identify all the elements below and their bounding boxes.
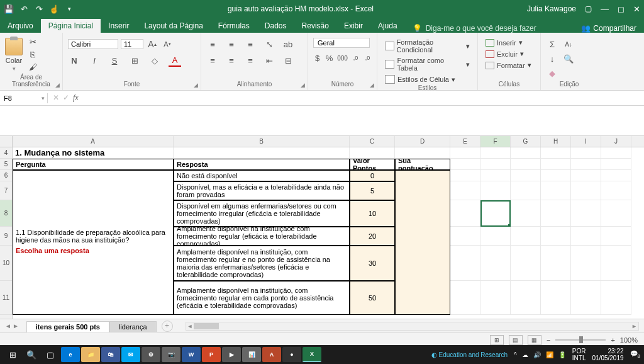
row-header[interactable]: 7 — [0, 181, 12, 200]
word-icon[interactable]: W — [182, 347, 201, 362]
cell[interactable] — [511, 200, 541, 227]
col-header[interactable]: H — [541, 136, 571, 147]
page-break-view-icon[interactable]: ▦ — [528, 335, 541, 345]
align-left-icon[interactable]: ≡ — [206, 54, 219, 67]
cell[interactable] — [450, 246, 480, 281]
cell[interactable] — [511, 281, 541, 315]
edge-icon[interactable]: e — [61, 347, 80, 362]
ribbon-display-icon[interactable]: ▢ — [585, 4, 592, 13]
cell[interactable]: Amplamente disponível na instituição, co… — [174, 281, 350, 315]
redo-icon[interactable]: ↷ — [34, 4, 44, 14]
cell[interactable] — [350, 147, 395, 159]
cell[interactable] — [480, 159, 511, 170]
align-bottom-icon[interactable]: ≡ — [244, 38, 257, 50]
cell[interactable] — [571, 246, 601, 281]
mail-icon[interactable]: ✉ — [121, 347, 140, 362]
sheet-prev-icon[interactable]: ◄ — [5, 322, 11, 329]
cell[interactable]: Disponível em algumas enfermarias/setore… — [174, 200, 350, 227]
tell-me-search[interactable]: 💡 Diga-me o que você deseja fazer — [405, 24, 544, 33]
zoom-slider[interactable] — [555, 339, 606, 341]
align-top-icon[interactable]: ≡ — [206, 38, 219, 50]
touch-icon[interactable]: ☝ — [49, 4, 59, 14]
cell[interactable] — [450, 227, 480, 246]
app-icon[interactable]: ● — [282, 347, 301, 362]
col-header[interactable]: I — [571, 136, 601, 147]
sort-filter-icon[interactable]: A↓ — [562, 38, 575, 50]
tab-layout[interactable]: Layout da Página — [136, 19, 210, 33]
font-color-icon[interactable]: A — [169, 54, 181, 67]
new-sheet-button[interactable]: + — [162, 321, 173, 332]
cell[interactable] — [601, 246, 631, 281]
cell[interactable] — [571, 181, 601, 200]
cell[interactable] — [480, 281, 511, 315]
decrease-indent-icon[interactable]: ⇤ — [263, 54, 275, 67]
store-icon[interactable]: 🛍 — [101, 347, 120, 362]
tab-insert[interactable]: Inserir — [101, 19, 136, 33]
col-header[interactable]: G — [511, 136, 541, 147]
cell[interactable] — [480, 147, 511, 159]
name-box[interactable]: F8 — [0, 93, 48, 103]
education-badge[interactable]: ◐ Education and Research — [431, 351, 508, 358]
cell[interactable] — [601, 181, 631, 200]
increase-font-icon[interactable]: A▴ — [146, 38, 158, 50]
cell[interactable] — [480, 246, 511, 281]
cell[interactable] — [571, 281, 601, 315]
alignment-dialog-icon[interactable]: ◢ — [301, 82, 305, 88]
cell[interactable]: 5 — [350, 181, 395, 200]
zoom-in-button[interactable]: + — [611, 336, 614, 344]
tab-formulas[interactable]: Fórmulas — [211, 19, 257, 33]
italic-button[interactable]: I — [88, 54, 101, 67]
cell[interactable] — [450, 281, 480, 315]
onedrive-icon[interactable]: ☁ — [522, 351, 528, 358]
tab-review[interactable]: Revisão — [294, 19, 336, 33]
cell[interactable] — [395, 200, 450, 227]
cell[interactable]: Disponível, mas a eficácia e a tolerabil… — [174, 181, 350, 200]
clipboard-dialog-icon[interactable]: ◢ — [55, 82, 60, 88]
cell[interactable] — [601, 200, 631, 227]
cell[interactable] — [480, 181, 511, 200]
align-middle-icon[interactable]: ≡ — [225, 38, 238, 50]
borders-icon[interactable]: ⊞ — [128, 54, 141, 67]
tab-file[interactable]: Arquivo — [0, 19, 41, 33]
autosum-icon[interactable]: Σ — [546, 38, 558, 50]
cell[interactable] — [541, 159, 571, 170]
row-header[interactable]: 10 — [0, 246, 12, 281]
cell[interactable] — [511, 227, 541, 246]
cell[interactable] — [571, 227, 601, 246]
active-cell[interactable] — [480, 200, 511, 227]
row-header[interactable]: 4 — [0, 147, 12, 159]
find-icon[interactable]: 🔍 — [562, 52, 575, 65]
cell[interactable]: 1. Mudança no sistema — [13, 147, 174, 159]
number-dialog-icon[interactable]: ◢ — [370, 82, 374, 88]
paste-button[interactable]: Colar ▾ — [5, 35, 23, 74]
cell[interactable] — [395, 227, 450, 246]
cell[interactable] — [511, 246, 541, 281]
decrease-font-icon[interactable]: A▾ — [161, 38, 174, 50]
cell[interactable]: Não está disponível — [174, 170, 350, 181]
cell[interactable] — [395, 281, 450, 315]
format-painter-icon[interactable]: 🖌 — [26, 61, 39, 74]
tab-data[interactable]: Dados — [257, 19, 294, 33]
cell[interactable]: Amplamente disponível na instituição, co… — [174, 246, 350, 281]
align-center-icon[interactable]: ≡ — [225, 54, 238, 67]
cell[interactable] — [601, 170, 631, 181]
merge-icon[interactable]: ⊟ — [282, 54, 294, 67]
formula-input[interactable] — [84, 97, 644, 100]
cell[interactable]: Escolha uma resposta — [13, 246, 174, 281]
app-icon[interactable]: ▶ — [222, 347, 241, 362]
battery-icon[interactable]: 🔋 — [558, 351, 566, 358]
col-header[interactable]: C — [350, 136, 395, 147]
cell[interactable]: Pergunta — [13, 159, 174, 170]
cell[interactable] — [450, 159, 480, 170]
cell[interactable]: 0 — [350, 170, 395, 181]
close-icon[interactable]: ✕ — [633, 4, 640, 14]
cell[interactable]: 50 — [350, 281, 395, 315]
currency-icon[interactable]: $ — [313, 52, 321, 64]
file-explorer-icon[interactable]: 📁 — [81, 347, 100, 362]
share-button[interactable]: Compartilhar — [593, 24, 636, 33]
percent-icon[interactable]: % — [325, 52, 333, 64]
cell[interactable] — [450, 147, 480, 159]
row-header[interactable]: 8 — [0, 200, 12, 227]
cell[interactable]: 20 — [350, 227, 395, 246]
cancel-formula-icon[interactable]: ✕ — [53, 93, 59, 103]
